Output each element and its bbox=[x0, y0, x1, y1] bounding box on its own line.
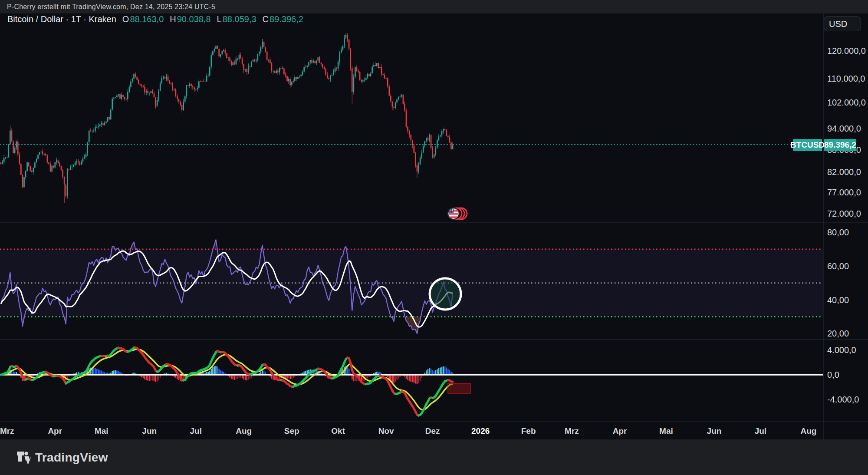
footer-bar: TradingView bbox=[0, 440, 868, 475]
macd-tick-label: 0,0 bbox=[827, 370, 839, 380]
time-label-month: Aug bbox=[800, 426, 816, 436]
rsi-tick-label: 60,00 bbox=[827, 261, 849, 271]
time-label-year: 2026 bbox=[471, 426, 490, 436]
time-label-month: Sep bbox=[284, 426, 299, 436]
price-tick-label: 110.000,0 bbox=[827, 73, 865, 83]
attribution-text: P-Cherry erstellt mit TradingView.com, D… bbox=[0, 3, 215, 11]
open-value: 88.163,0 bbox=[130, 14, 164, 24]
macd-tick-label: -4.000,0 bbox=[827, 395, 859, 405]
macd-tick-label: 4.000,0 bbox=[827, 345, 856, 355]
economic-event-flag-icon[interactable] bbox=[448, 208, 467, 219]
ohlc-close: C89.396,2 bbox=[263, 14, 303, 24]
close-label: C bbox=[263, 14, 269, 24]
time-label-month: Apr bbox=[48, 426, 62, 436]
time-label-month: Aug bbox=[236, 426, 252, 436]
low-label: L bbox=[217, 14, 222, 24]
price-tick-label: 82.000,0 bbox=[827, 167, 861, 177]
time-label-month: Feb bbox=[521, 426, 536, 436]
time-label-month: Jul bbox=[190, 426, 201, 436]
price-tick-label: 120.000,0 bbox=[827, 46, 866, 56]
attribution-bar: P-Cherry erstellt mit TradingView.com, D… bbox=[0, 0, 868, 13]
symbol-title[interactable]: Bitcoin / Dollar · 1T · Kraken bbox=[7, 14, 116, 24]
time-label-month: Mrz bbox=[0, 426, 14, 436]
price-tick-label: 94.000,0 bbox=[827, 124, 861, 134]
rsi-circle-annotation[interactable] bbox=[430, 278, 461, 310]
ohlc-low: L88.059,3 bbox=[217, 14, 256, 24]
high-label: H bbox=[170, 14, 176, 24]
ohlc-open: O88.163,0 bbox=[122, 14, 164, 24]
last-price-value-badge[interactable]: 89.396,2 bbox=[824, 139, 856, 151]
time-label-month: Jun bbox=[707, 426, 722, 436]
tradingview-logo[interactable]: TradingView bbox=[16, 451, 108, 465]
price-tick-label: 102.000,0 bbox=[827, 98, 866, 108]
tradingview-chart-window: P-Cherry erstellt mit TradingView.com, D… bbox=[0, 0, 868, 475]
macd-highlight-box[interactable] bbox=[448, 383, 470, 393]
chart-background bbox=[0, 13, 868, 440]
rsi-tick-label: 80,00 bbox=[827, 228, 849, 238]
last-price-symbol-badge[interactable]: BTCUSD bbox=[793, 139, 822, 151]
time-label-month: Jul bbox=[755, 426, 766, 436]
low-value: 88.059,3 bbox=[223, 14, 256, 24]
open-label: O bbox=[122, 14, 129, 24]
time-label-month: Mai bbox=[659, 426, 673, 436]
rsi-tick-label: 20,00 bbox=[827, 329, 849, 339]
close-value: 89.396,2 bbox=[270, 14, 303, 24]
symbol-legend: Bitcoin / Dollar · 1T · Kraken O88.163,0… bbox=[7, 14, 303, 24]
time-label-month: Apr bbox=[613, 426, 627, 436]
tradingview-logo-text: TradingView bbox=[35, 451, 108, 465]
time-label-month: Jun bbox=[142, 426, 157, 436]
high-value: 90.038,8 bbox=[177, 14, 211, 24]
time-axis[interactable]: MrzAprMaiJunJulAugSepOktNovDez2026FebMrz… bbox=[0, 426, 868, 440]
price-tick-label: 77.000,0 bbox=[827, 187, 861, 197]
time-label-month: Nov bbox=[378, 426, 394, 436]
price-tick-label: 72.000,0 bbox=[827, 208, 861, 218]
ohlc-high: H90.038,8 bbox=[170, 14, 210, 24]
currency-usd-button[interactable]: USD bbox=[824, 16, 861, 31]
time-label-month: Dez bbox=[425, 426, 440, 436]
tradingview-logo-icon bbox=[16, 451, 31, 464]
chart-canvas[interactable] bbox=[0, 0, 868, 475]
rsi-tick-label: 40,00 bbox=[827, 295, 849, 305]
time-label-month: Okt bbox=[331, 426, 345, 436]
time-label-month: Mrz bbox=[565, 426, 579, 436]
time-label-month: Mai bbox=[95, 426, 108, 436]
